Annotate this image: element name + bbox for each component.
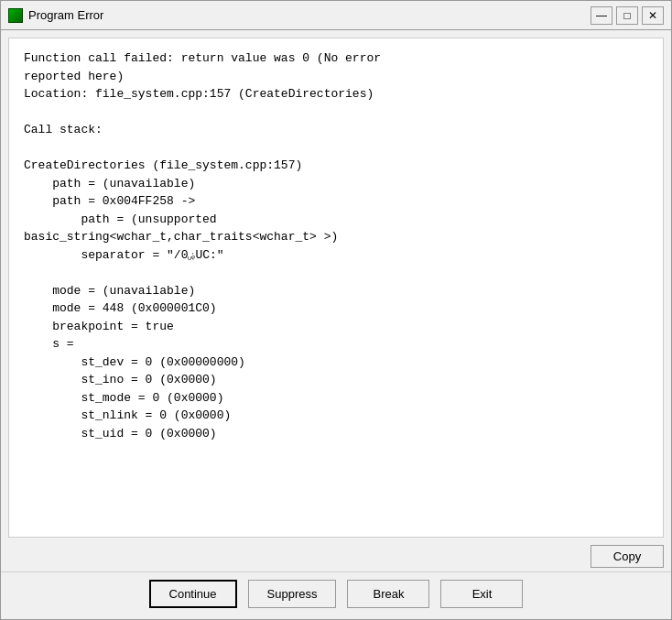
copy-button[interactable]: Copy	[591, 545, 664, 568]
minimize-button[interactable]: —	[591, 6, 612, 25]
content-area: Function call failed: return value was 0…	[1, 30, 671, 619]
program-error-window: Program Error — □ ✕ Function call failed…	[0, 0, 672, 620]
break-button[interactable]: Break	[347, 580, 429, 608]
error-scrollable-area[interactable]: Function call failed: return value was 0…	[8, 38, 664, 538]
copy-row: Copy	[1, 541, 671, 571]
exit-button[interactable]: Exit	[440, 580, 523, 608]
continue-button[interactable]: Continue	[149, 580, 237, 608]
title-bar: Program Error — □ ✕	[1, 1, 671, 30]
window-title: Program Error	[28, 8, 103, 22]
app-icon	[8, 8, 23, 23]
title-bar-left: Program Error	[8, 8, 103, 23]
close-button[interactable]: ✕	[642, 6, 664, 25]
error-message-text: Function call failed: return value was 0…	[24, 49, 648, 442]
title-bar-controls: — □ ✕	[591, 6, 664, 25]
bottom-buttons: Continue Suppress Break Exit	[1, 571, 671, 619]
suppress-button[interactable]: Suppress	[248, 580, 337, 608]
maximize-button[interactable]: □	[616, 6, 638, 25]
